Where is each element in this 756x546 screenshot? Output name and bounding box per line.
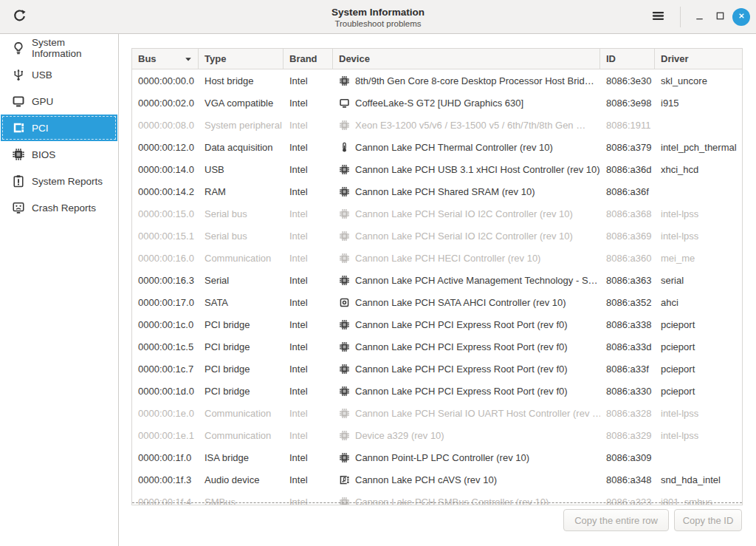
cell-driver: skl_uncore [655, 75, 742, 86]
cell-brand: Intel [284, 164, 333, 175]
sidebar-item-label: BIOS [32, 149, 55, 160]
chip-icon [339, 208, 350, 219]
table-row[interactable]: 0000:00:02.0VGA compatibleIntelCoffeeLak… [132, 92, 742, 114]
table-row[interactable]: 0000:00:1c.0PCI bridgeIntelCannon Lake P… [132, 313, 742, 335]
table-row[interactable]: 0000:00:14.0USBIntelCannon Lake PCH USB … [132, 158, 742, 180]
cell-type: RAM [199, 186, 284, 197]
chip-icon [339, 275, 350, 286]
table-row[interactable]: 0000:00:1c.5PCI bridgeIntelCannon Lake P… [132, 335, 742, 358]
window-subtitle: Troubleshoot problems [148, 18, 608, 29]
sort-desc-icon [185, 55, 192, 63]
sidebar-item-label: USB [32, 69, 52, 81]
lightbulb-icon [12, 41, 25, 55]
cell-id: 8086:3e30 [600, 75, 655, 86]
device-name: Cannon Lake PCH Shared SRAM (rev 10) [355, 186, 535, 197]
column-header-device[interactable]: Device [333, 49, 600, 69]
copy-entire-row-button[interactable]: Copy the entire row [563, 509, 669, 531]
cell-id: 8086:a348 [600, 474, 655, 485]
table-row[interactable]: 0000:00:00.0Host bridgeIntel8th/9th Gen … [132, 69, 742, 92]
sidebar-item-system-reports[interactable]: System Reports [1, 168, 117, 194]
table-row[interactable]: 0000:00:1e.1CommunicationIntelDevice a32… [132, 424, 742, 446]
table-row[interactable]: 0000:00:1d.0PCI bridgeIntelCannon Lake P… [132, 380, 742, 402]
pci-card-icon [12, 121, 25, 134]
cell-bus: 0000:00:1c.0 [132, 319, 199, 330]
cell-driver: pcieport [655, 341, 742, 352]
chip-icon [339, 408, 350, 419]
sidebar-item-label: PCI [32, 123, 49, 134]
cell-type: Data acquisition [199, 142, 284, 153]
close-button[interactable] [732, 8, 750, 26]
chip-icon [339, 75, 350, 86]
cell-device: Cannon Lake PCH Thermal Controller (rev … [333, 142, 600, 153]
cell-bus: 0000:00:14.0 [132, 164, 199, 175]
table-row[interactable]: 0000:00:17.0SATAIntelCannon Lake PCH SAT… [132, 291, 742, 313]
device-name: Cannon Lake PCH SMBus Controller (rev 10… [355, 496, 549, 506]
table-row[interactable]: 0000:00:1f.0ISA bridgeIntelCannon Point-… [132, 446, 742, 468]
cell-bus: 0000:00:1f.4 [132, 496, 199, 506]
window-title: System Information [148, 6, 608, 18]
column-header-bus[interactable]: Bus [132, 49, 199, 69]
usb-icon [12, 68, 25, 81]
column-header-label: Device [339, 53, 370, 64]
column-header-label: ID [606, 53, 616, 64]
cell-brand: Intel [284, 430, 333, 441]
cell-id: 8086:a330 [600, 386, 655, 397]
column-header-label: Type [205, 53, 226, 64]
cell-bus: 0000:00:1c.7 [132, 364, 199, 375]
cell-driver: serial [655, 275, 742, 286]
chip-icon [339, 231, 350, 242]
table-row[interactable]: 0000:00:15.1Serial busIntelCannon Lake P… [132, 225, 742, 247]
table-row[interactable]: 0000:00:16.3SerialIntelCannon Lake PCH A… [132, 269, 742, 291]
table-row[interactable]: 0000:00:16.0CommunicationIntelCannon Lak… [132, 247, 742, 269]
table-row[interactable]: 0000:00:08.0System peripheralIntelXeon E… [132, 114, 742, 136]
monitor-icon [339, 98, 350, 109]
maximize-icon [715, 10, 726, 24]
cell-type: Communication [199, 253, 284, 264]
sidebar-item-usb[interactable]: USB [1, 61, 117, 88]
column-header-type[interactable]: Type [199, 49, 284, 69]
thermometer-icon [339, 142, 350, 153]
table-row[interactable]: 0000:00:12.0Data acquisitionIntelCannon … [132, 136, 742, 158]
table-row[interactable]: 0000:00:1e.0CommunicationIntelCannon Lak… [132, 402, 742, 424]
column-header-label: Driver [661, 53, 689, 64]
close-icon [737, 11, 746, 23]
device-name: Cannon Lake PCH HECI Controller (rev 10) [355, 253, 540, 264]
sidebar-item-bios[interactable]: BIOS [1, 141, 117, 168]
sidebar-item-system-information[interactable]: System Information [1, 35, 117, 61]
copy-id-button[interactable]: Copy the ID [674, 509, 742, 531]
cell-type: PCI bridge [199, 386, 284, 397]
cell-device: Cannon Lake PCH Serial IO I2C Controller… [333, 231, 600, 242]
clipped-row-indicator [132, 502, 742, 503]
cell-type: Audio device [199, 474, 284, 485]
table-row[interactable]: 0000:00:1f.4SMBusIntelCannon Lake PCH SM… [132, 491, 742, 505]
device-name: Cannon Lake PCH PCI Express Root Port (r… [355, 364, 568, 375]
table-row[interactable]: 0000:00:15.0Serial busIntelCannon Lake P… [132, 202, 742, 225]
column-header-driver[interactable]: Driver [655, 49, 742, 69]
column-header-id[interactable]: ID [600, 49, 655, 69]
pci-device-table: BusTypeBrandDeviceIDDriver 0000:00:00.0H… [131, 48, 743, 505]
column-header-brand[interactable]: Brand [284, 49, 333, 69]
sidebar-item-gpu[interactable]: GPU [1, 88, 117, 115]
chip-icon [339, 452, 350, 463]
table-row[interactable]: 0000:00:1f.3Audio deviceIntelCannon Lake… [132, 468, 742, 491]
sidebar-item-pci[interactable]: PCI [1, 115, 117, 141]
cell-type: PCI bridge [199, 364, 284, 375]
cell-bus: 0000:00:08.0 [132, 120, 199, 131]
refresh-button[interactable] [9, 7, 30, 27]
cell-bus: 0000:00:15.1 [132, 231, 199, 242]
cell-id: 8086:a328 [600, 408, 655, 419]
chip-icon [339, 186, 350, 197]
cell-driver: intel-lpss [655, 430, 742, 441]
menu-icon [651, 9, 665, 25]
maximize-button[interactable] [710, 7, 729, 27]
minimize-button[interactable] [690, 7, 709, 27]
sidebar-item-crash-reports[interactable]: Crash Reports [1, 194, 117, 221]
cell-brand: Intel [284, 297, 333, 308]
table-row[interactable]: 0000:00:14.2RAMIntelCannon Lake PCH Shar… [132, 180, 742, 202]
titlebar-controls [647, 0, 756, 34]
table-row[interactable]: 0000:00:1c.7PCI bridgeIntelCannon Lake P… [132, 358, 742, 380]
cell-brand: Intel [284, 98, 333, 109]
cell-brand: Intel [284, 253, 333, 264]
menu-button[interactable] [647, 7, 668, 27]
crash-screen-icon [12, 201, 25, 214]
